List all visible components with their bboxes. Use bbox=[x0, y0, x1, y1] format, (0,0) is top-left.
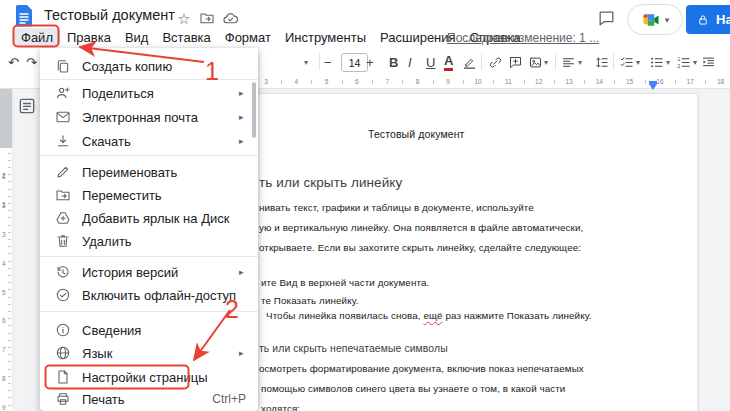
v-ruler-tick bbox=[8, 297, 11, 298]
v-ruler-tick bbox=[8, 145, 11, 146]
document-line-2: ть или скрыть линейку bbox=[259, 175, 402, 190]
underline-button[interactable]: U bbox=[426, 51, 435, 73]
v-ruler-tick bbox=[8, 210, 11, 211]
v-ruler-tick bbox=[8, 275, 11, 276]
menu-item-4[interactable]: Скачать▸ bbox=[40, 130, 258, 152]
h-ruler-number: 9 bbox=[446, 78, 450, 85]
document-outline-button[interactable] bbox=[17, 96, 37, 116]
align-caret[interactable]: ▾ bbox=[578, 51, 582, 73]
h-ruler-number: 3 bbox=[264, 78, 268, 85]
menu-item-label: Поделиться bbox=[82, 86, 154, 101]
star-icon[interactable]: ☆ bbox=[175, 10, 193, 28]
h-ruler-number: 4 bbox=[294, 78, 298, 85]
v-ruler-tick bbox=[8, 102, 11, 103]
menu-divider bbox=[40, 256, 258, 257]
line-spacing-icon bbox=[594, 55, 609, 70]
vertical-ruler: 21123456789 bbox=[0, 88, 13, 411]
globe-icon bbox=[55, 345, 72, 362]
checklist-caret[interactable]: ▾ bbox=[636, 51, 640, 73]
menu-item-7[interactable]: Добавить ярлык на Диск bbox=[40, 207, 258, 229]
bullet-list-button[interactable] bbox=[649, 51, 664, 73]
folder-move-icon bbox=[55, 187, 72, 204]
h-ruler-tick bbox=[463, 80, 464, 84]
font-family-caret[interactable]: ▾ bbox=[304, 51, 308, 73]
menu-item-12[interactable]: Язык▸ bbox=[40, 342, 258, 364]
insert-image-caret[interactable]: ▾ bbox=[544, 51, 548, 73]
last-edit-link[interactable]: Последнее изменение: 1 ... bbox=[447, 31, 599, 45]
font-size-input[interactable]: 14 bbox=[341, 53, 368, 72]
checklist-button[interactable] bbox=[619, 51, 634, 73]
menu-item-10[interactable]: Включить офлайн-доступ bbox=[40, 284, 258, 306]
h-ruler-tick bbox=[342, 80, 343, 84]
undo-button[interactable]: ↶ bbox=[8, 51, 19, 73]
meet-button[interactable]: ▾ bbox=[627, 4, 683, 35]
menu-item-5[interactable]: Переименовать bbox=[40, 161, 258, 183]
menubar-item-5[interactable]: Формат bbox=[218, 28, 278, 47]
h-ruler-tick bbox=[493, 80, 494, 84]
numbered-list-caret[interactable]: ▾ bbox=[693, 51, 697, 73]
menu-item-label: Электронная почта bbox=[82, 110, 198, 125]
menu-item-9[interactable]: История версий▸ bbox=[40, 261, 258, 283]
docs-icon bbox=[12, 3, 36, 27]
numbered-list-button[interactable]: 12 bbox=[676, 51, 691, 73]
menubar-item-1[interactable]: Файл bbox=[14, 28, 60, 47]
comment-icon[interactable] bbox=[597, 9, 618, 30]
v-ruler-tick bbox=[8, 153, 11, 154]
menu-item-3[interactable]: Электронная почта▸ bbox=[40, 106, 258, 128]
page-setup-icon bbox=[55, 369, 72, 386]
font-size-increase-button[interactable]: + bbox=[366, 51, 374, 73]
v-ruler-tick bbox=[8, 304, 11, 305]
align-left-icon bbox=[561, 55, 576, 70]
v-ruler-tick bbox=[8, 196, 11, 197]
redo-button[interactable]: ↷ bbox=[26, 51, 37, 73]
menu-item-13[interactable]: Настройки страницы bbox=[40, 366, 258, 388]
document-line-8: Чтобы линейка появилась снова, ещё раз н… bbox=[266, 310, 592, 321]
outline-icon bbox=[17, 96, 37, 116]
indent-icon bbox=[701, 55, 716, 70]
offline-check-icon bbox=[55, 287, 72, 304]
line-spacing-button[interactable] bbox=[594, 51, 609, 73]
menubar-item-4[interactable]: Вставка bbox=[155, 28, 217, 47]
menu-item-label: Удалить bbox=[82, 234, 132, 249]
menu-item-11[interactable]: Сведения bbox=[40, 319, 258, 341]
toolbar-separator bbox=[555, 53, 556, 70]
font-size-decrease-button[interactable]: − bbox=[324, 51, 332, 73]
toolbar-separator bbox=[613, 53, 614, 70]
add-comment-button[interactable] bbox=[508, 51, 523, 73]
document-line-5: открываете. Если вы захотите скрыть лине… bbox=[259, 242, 581, 253]
insert-image-button[interactable] bbox=[528, 51, 543, 73]
h-ruler-tick bbox=[645, 80, 646, 84]
bold-button[interactable]: B bbox=[389, 51, 398, 73]
menu-item-2[interactable]: Поделиться▸ bbox=[40, 82, 258, 104]
link-icon bbox=[488, 55, 503, 70]
v-ruler-tick bbox=[8, 318, 11, 319]
v-ruler-tick bbox=[8, 131, 11, 132]
document-line-1: Тестовый документ bbox=[368, 128, 465, 140]
share-button[interactable]: Настр bbox=[686, 5, 730, 34]
v-ruler-tick bbox=[8, 225, 11, 226]
menu-item-6[interactable]: Переместить bbox=[40, 184, 258, 206]
text-segment: раз нажмите Показать линейку. bbox=[443, 310, 592, 321]
menu-item-1[interactable]: Создать копию bbox=[40, 55, 258, 77]
file-menu-dropdown: Создать копиюПоделиться▸Электронная почт… bbox=[40, 48, 258, 411]
v-ruler-tick bbox=[8, 181, 11, 182]
menu-item-label: Включить офлайн-доступ bbox=[82, 288, 236, 303]
indent-marker[interactable] bbox=[648, 77, 658, 95]
insert-link-button[interactable] bbox=[488, 51, 503, 73]
move-icon[interactable] bbox=[199, 10, 217, 28]
menu-item-14[interactable]: ПечатьCtrl+P bbox=[40, 388, 258, 410]
cloud-check-icon[interactable] bbox=[222, 10, 240, 28]
text-color-button[interactable]: A bbox=[444, 53, 453, 71]
align-button[interactable] bbox=[561, 51, 576, 73]
menubar-item-3[interactable]: Вид bbox=[118, 28, 156, 47]
history-icon bbox=[55, 264, 72, 281]
menubar-item-2[interactable]: Правка bbox=[60, 28, 118, 47]
indent-button[interactable] bbox=[701, 51, 716, 73]
menubar-item-6[interactable]: Инструменты bbox=[278, 28, 373, 47]
bullet-list-caret[interactable]: ▾ bbox=[666, 51, 670, 73]
italic-button[interactable]: I bbox=[408, 51, 412, 73]
person-add-icon bbox=[55, 85, 72, 102]
document-title-input[interactable]: Тестовый документ bbox=[44, 7, 175, 23]
menu-item-8[interactable]: Удалить bbox=[40, 230, 258, 252]
highlight-color-button[interactable] bbox=[462, 51, 477, 73]
